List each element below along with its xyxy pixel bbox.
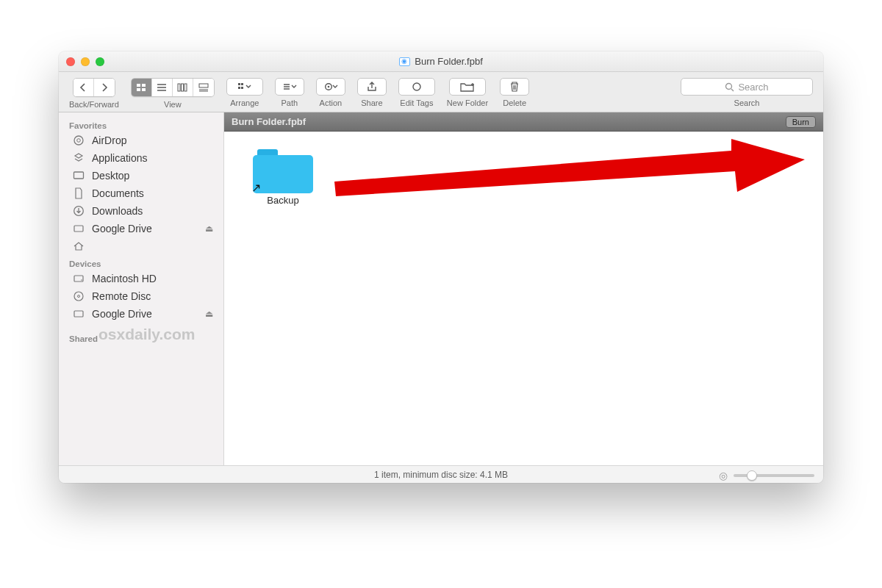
sidebar-item-label: Google Drive bbox=[92, 308, 152, 320]
file-item-backup[interactable]: ↗ Backup bbox=[246, 149, 320, 206]
svg-rect-3 bbox=[142, 88, 146, 91]
file-name: Backup bbox=[246, 195, 320, 206]
chevron-right-icon bbox=[101, 83, 108, 92]
airdrop-icon bbox=[72, 135, 85, 146]
window-title: Burn Folder.fpbf bbox=[415, 56, 483, 67]
remote-disc-icon bbox=[72, 290, 85, 302]
external-drive-icon bbox=[72, 309, 85, 319]
eject-icon[interactable]: ⏏ bbox=[205, 309, 213, 319]
search-placeholder: Search bbox=[738, 82, 768, 93]
svg-point-23 bbox=[74, 292, 83, 301]
svg-point-17 bbox=[77, 139, 81, 143]
tag-icon bbox=[410, 82, 423, 92]
alias-arrow-icon: ↗ bbox=[251, 181, 261, 195]
arrange-label: Arrange bbox=[230, 98, 259, 107]
arrange-button[interactable] bbox=[226, 78, 263, 96]
search-input[interactable]: Search bbox=[681, 78, 813, 96]
svg-marker-26 bbox=[334, 139, 805, 196]
svg-rect-20 bbox=[74, 226, 83, 232]
svg-rect-10 bbox=[238, 87, 240, 89]
column-view-button[interactable] bbox=[173, 79, 193, 96]
path-title: Burn Folder.fpbf bbox=[232, 116, 306, 127]
minimize-window-button[interactable] bbox=[81, 57, 90, 66]
new-folder-label: New Folder bbox=[447, 98, 488, 107]
downloads-icon bbox=[72, 205, 85, 217]
external-drive-icon bbox=[72, 223, 85, 234]
applications-icon bbox=[72, 152, 85, 164]
icon-view-button[interactable] bbox=[132, 79, 152, 96]
svg-rect-5 bbox=[182, 84, 184, 91]
eject-icon[interactable]: ⏏ bbox=[205, 223, 213, 234]
zoom-window-button[interactable] bbox=[96, 57, 104, 66]
delete-button[interactable] bbox=[500, 78, 529, 96]
search-icon bbox=[725, 82, 734, 92]
sidebar-item-desktop[interactable]: Desktop bbox=[59, 167, 223, 184]
annotation-arrow bbox=[334, 139, 805, 220]
view-label: View bbox=[164, 100, 182, 109]
sidebar-item-applications[interactable]: Applications bbox=[59, 149, 223, 167]
arrange-icon bbox=[237, 82, 252, 92]
forward-button[interactable] bbox=[94, 79, 115, 96]
list-icon bbox=[157, 83, 167, 92]
icon-size-slider[interactable]: ◎ bbox=[719, 470, 814, 481]
gallery-view-button[interactable] bbox=[193, 79, 214, 96]
trash-icon bbox=[509, 81, 520, 93]
sidebar-item-label: Desktop bbox=[92, 170, 129, 182]
window-controls bbox=[66, 57, 104, 66]
sidebar-item-label: Google Drive bbox=[92, 223, 152, 234]
new-folder-icon bbox=[459, 81, 476, 93]
svg-point-15 bbox=[726, 83, 732, 89]
edit-tags-button[interactable] bbox=[398, 78, 435, 96]
finder-window: Burn Folder.fpbf B bbox=[59, 51, 823, 483]
new-folder-button[interactable] bbox=[449, 78, 486, 96]
sidebar-item-label: AirDrop bbox=[92, 135, 126, 146]
svg-rect-0 bbox=[137, 84, 140, 87]
share-button[interactable] bbox=[357, 78, 387, 96]
sidebar-item-airdrop[interactable]: AirDrop bbox=[59, 132, 223, 149]
svg-rect-25 bbox=[74, 311, 83, 317]
sidebar-item-google-drive[interactable]: Google Drive ⏏ bbox=[59, 220, 223, 237]
status-bar: 1 item, minimum disc size: 4.1 MB ◎ bbox=[59, 465, 823, 483]
svg-rect-4 bbox=[178, 84, 180, 91]
sidebar-item-downloads[interactable]: Downloads bbox=[59, 202, 223, 220]
back-forward-label: Back/Forward bbox=[69, 100, 119, 109]
back-button[interactable] bbox=[74, 79, 94, 96]
svg-rect-1 bbox=[142, 84, 146, 87]
sidebar-item-documents[interactable]: Documents bbox=[59, 184, 223, 202]
titlebar: Burn Folder.fpbf bbox=[59, 51, 823, 72]
sidebar-item-google-drive-device[interactable]: Google Drive ⏏ bbox=[59, 305, 223, 323]
edit-tags-label: Edit Tags bbox=[400, 98, 433, 107]
sidebar-section-devices: Devices bbox=[59, 255, 223, 270]
sidebar: Favorites AirDrop Applications Desktop D… bbox=[59, 112, 224, 465]
toolbar: Back/Forward bbox=[59, 72, 823, 112]
svg-rect-9 bbox=[241, 83, 243, 85]
view-switcher bbox=[131, 78, 215, 97]
delete-label: Delete bbox=[503, 98, 526, 107]
sidebar-item-label: Remote Disc bbox=[92, 290, 151, 302]
desktop-icon bbox=[72, 171, 85, 181]
svg-point-16 bbox=[74, 136, 83, 145]
path-bar: Burn Folder.fpbf Burn bbox=[224, 112, 823, 132]
internal-drive-icon bbox=[72, 273, 85, 284]
svg-point-13 bbox=[328, 86, 330, 88]
folder-alias-icon: ↗ bbox=[253, 149, 313, 193]
path-button[interactable] bbox=[275, 78, 304, 96]
home-icon bbox=[72, 240, 85, 252]
burn-folder-icon bbox=[399, 57, 410, 66]
sidebar-item-remote-disc[interactable]: Remote Disc bbox=[59, 287, 223, 305]
sidebar-item-label: Macintosh HD bbox=[92, 273, 157, 284]
sidebar-section-favorites: Favorites bbox=[59, 117, 223, 132]
sidebar-item-home[interactable] bbox=[59, 237, 223, 255]
burn-button[interactable]: Burn bbox=[786, 116, 816, 128]
slider-knob[interactable] bbox=[747, 470, 757, 481]
sidebar-item-macintosh-hd[interactable]: Macintosh HD bbox=[59, 270, 223, 287]
document-icon bbox=[72, 187, 85, 199]
close-window-button[interactable] bbox=[66, 57, 75, 66]
action-button[interactable] bbox=[316, 78, 345, 96]
content-area: Burn Folder.fpbf Burn ↗ Backup bbox=[224, 112, 823, 465]
list-view-button[interactable] bbox=[152, 79, 173, 96]
slider-track[interactable] bbox=[734, 474, 814, 477]
file-grid[interactable]: ↗ Backup bbox=[224, 132, 823, 465]
chevron-left-icon bbox=[79, 83, 87, 92]
svg-rect-11 bbox=[241, 87, 243, 89]
